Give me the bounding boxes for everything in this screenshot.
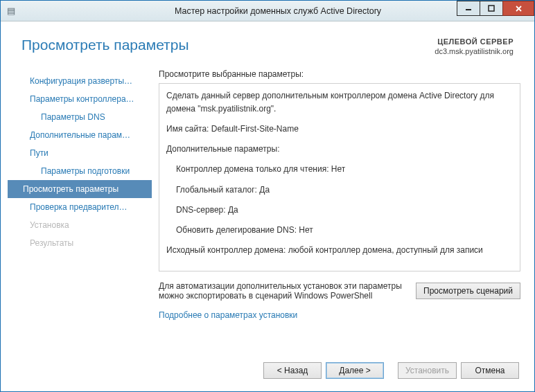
- server-label: ЦЕЛЕВОЙ СЕРВЕР: [435, 37, 514, 46]
- titlebar: ▤ Мастер настройки доменных служб Active…: [1, 1, 534, 21]
- minimize-button[interactable]: [457, 1, 480, 16]
- page-title: Просмотреть параметры: [21, 37, 189, 53]
- app-icon: ▤: [1, 6, 21, 16]
- cancel-button[interactable]: Отмена: [461, 362, 519, 379]
- body: Конфигурация разверты…Параметры контролл…: [1, 64, 534, 353]
- review-line: Глобальный каталог: Да: [166, 184, 513, 197]
- more-info-link[interactable]: Подробнее о параметрах установки: [159, 310, 520, 320]
- instruction: Просмотрите выбранные параметры:: [159, 69, 520, 79]
- footer: < Назад Далее > Установить Отмена: [1, 353, 534, 391]
- review-line: Обновить делегирование DNS: Нет: [166, 224, 513, 237]
- nav-step-9: Результаты: [8, 234, 152, 252]
- review-line: Дополнительные параметры:: [166, 143, 513, 156]
- main-panel: Просмотрите выбранные параметры: Сделать…: [152, 64, 525, 353]
- view-script-button[interactable]: Просмотреть сценарий: [416, 283, 520, 299]
- nav-step-3[interactable]: Дополнительные парам…: [8, 126, 152, 144]
- review-line: Сделать данный сервер дополнительным кон…: [166, 89, 513, 116]
- nav-step-1[interactable]: Параметры контроллера…: [8, 90, 152, 108]
- nav-step-8: Установка: [8, 216, 152, 234]
- nav-steps: Конфигурация разверты…Параметры контролл…: [8, 64, 152, 353]
- server-name: dc3.msk.pyatilistnik.org: [435, 46, 514, 56]
- review-line: Исходный контроллер домена: любой контро…: [166, 244, 513, 257]
- options-review-box[interactable]: Сделать данный сервер дополнительным кон…: [159, 83, 520, 271]
- nav-step-2[interactable]: Параметры DNS: [8, 108, 152, 126]
- automation-row: Для автоматизации дополнительных установ…: [159, 281, 520, 301]
- window-buttons: [457, 1, 534, 17]
- next-button[interactable]: Далее >: [326, 362, 384, 379]
- close-button[interactable]: [502, 1, 534, 16]
- header: Просмотреть параметры ЦЕЛЕВОЙ СЕРВЕР dc3…: [1, 21, 534, 64]
- wizard-window: ▤ Мастер настройки доменных служб Active…: [0, 0, 535, 392]
- nav-step-6[interactable]: Просмотреть параметры: [8, 180, 152, 198]
- svg-rect-1: [489, 6, 494, 11]
- nav-step-0[interactable]: Конфигурация разверты…: [8, 72, 152, 90]
- review-line: Имя сайта: Default-First-Site-Name: [166, 123, 513, 136]
- review-line: Контроллер домена только для чтения: Нет: [166, 163, 513, 176]
- maximize-button[interactable]: [480, 1, 503, 16]
- review-line: DNS-сервер: Да: [166, 204, 513, 217]
- target-server: ЦЕЛЕВОЙ СЕРВЕР dc3.msk.pyatilistnik.org: [435, 37, 514, 57]
- install-button: Установить: [398, 362, 457, 379]
- nav-step-5[interactable]: Параметры подготовки: [8, 162, 152, 180]
- nav-step-7[interactable]: Проверка предварител…: [8, 198, 152, 216]
- back-button[interactable]: < Назад: [263, 362, 322, 379]
- content: Просмотреть параметры ЦЕЛЕВОЙ СЕРВЕР dc3…: [1, 21, 534, 391]
- nav-step-4[interactable]: Пути: [8, 144, 152, 162]
- automation-text: Для автоматизации дополнительных установ…: [159, 281, 409, 301]
